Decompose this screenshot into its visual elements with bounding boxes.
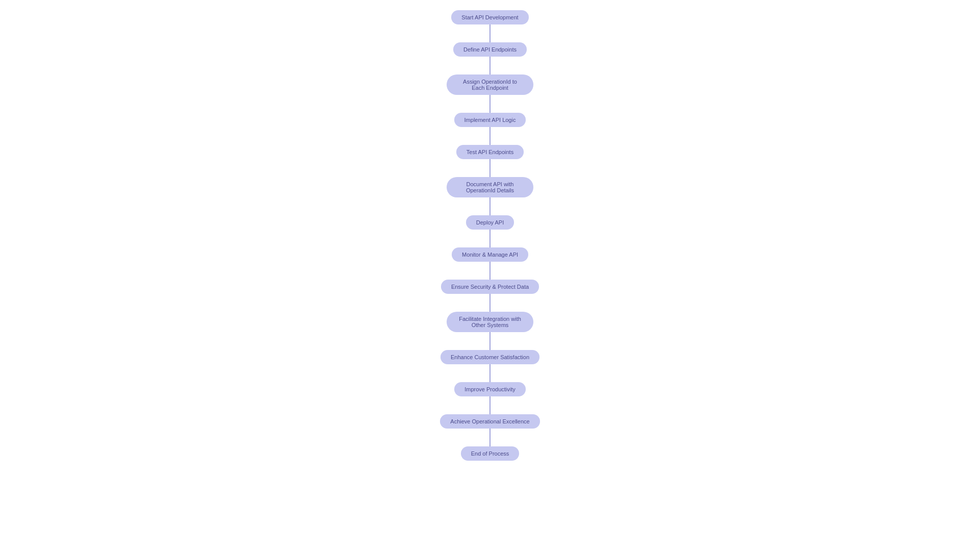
node-wrapper-start: Start API Development — [451, 10, 528, 42]
node-wrapper-improve: Improve Productivity — [454, 382, 526, 414]
node-wrapper-deploy: Deploy API — [466, 215, 514, 247]
connector-4 — [489, 127, 491, 145]
node-monitor-manage-api: Monitor & Manage API — [452, 247, 528, 262]
node-assign-operationid: Assign OperationId to Each Endpoint — [447, 74, 533, 95]
node-achieve-operational: Achieve Operational Excellence — [440, 414, 540, 429]
connector-13 — [489, 429, 491, 446]
connector-6 — [489, 197, 491, 215]
node-wrapper-enhance: Enhance Customer Satisfaction — [440, 350, 540, 382]
connector-9 — [489, 294, 491, 312]
node-wrapper-end: End of Process — [461, 446, 520, 461]
connector-10 — [489, 332, 491, 350]
node-test-api-endpoints: Test API Endpoints — [456, 145, 524, 159]
node-implement-api-logic: Implement API Logic — [454, 113, 526, 127]
node-wrapper-monitor: Monitor & Manage API — [452, 247, 528, 280]
connector-2 — [489, 57, 491, 74]
node-start-api-development: Start API Development — [451, 10, 528, 24]
node-improve-productivity: Improve Productivity — [454, 382, 526, 396]
node-enhance-customer: Enhance Customer Satisfaction — [440, 350, 540, 364]
node-document-api: Document API with OperationId Details — [447, 177, 533, 197]
node-wrapper-security: Ensure Security & Protect Data — [441, 280, 539, 312]
node-wrapper-document: Document API with OperationId Details — [447, 177, 533, 215]
connector-3 — [489, 95, 491, 113]
connector-11 — [489, 364, 491, 382]
node-facilitate-integration: Facilitate Integration with Other System… — [447, 312, 533, 332]
node-wrapper-implement: Implement API Logic — [454, 113, 526, 145]
node-wrapper-achieve: Achieve Operational Excellence — [440, 414, 540, 446]
node-wrapper-facilitate: Facilitate Integration with Other System… — [447, 312, 533, 350]
connector-7 — [489, 230, 491, 247]
node-ensure-security: Ensure Security & Protect Data — [441, 280, 539, 294]
connector-12 — [489, 396, 491, 414]
connector-1 — [489, 24, 491, 42]
node-end-of-process: End of Process — [461, 446, 520, 461]
flowchart: Start API Development Define API Endpoin… — [388, 10, 592, 461]
node-deploy-api: Deploy API — [466, 215, 514, 230]
node-wrapper-test: Test API Endpoints — [456, 145, 524, 177]
node-wrapper-define: Define API Endpoints — [453, 42, 527, 74]
node-wrapper-assign: Assign OperationId to Each Endpoint — [447, 74, 533, 113]
connector-5 — [489, 159, 491, 177]
node-define-api-endpoints: Define API Endpoints — [453, 42, 527, 57]
connector-8 — [489, 262, 491, 280]
